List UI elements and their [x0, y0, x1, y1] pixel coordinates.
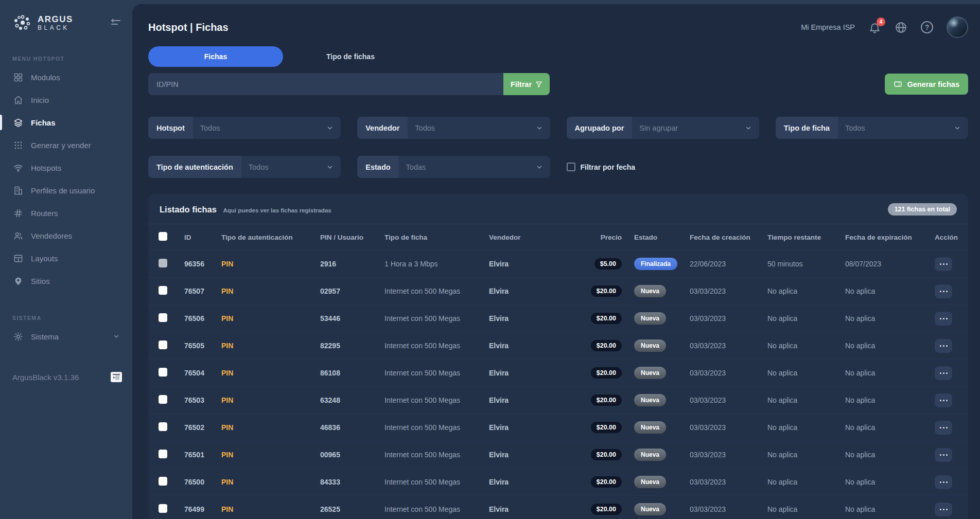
sidebar-collapse-toggle[interactable] — [110, 18, 122, 27]
sidebar-item-sitios[interactable]: Sitios — [0, 270, 132, 292]
sidebar-item-inicio[interactable]: Inicio — [0, 88, 132, 111]
row-checkbox[interactable] — [159, 450, 167, 458]
row-actions-button[interactable] — [935, 448, 952, 462]
sidebar-item-modulos[interactable]: Modulos — [0, 66, 132, 88]
sidebar-item-label: Sistema — [31, 332, 59, 341]
sidebar-item-label: Inicio — [31, 96, 49, 104]
generate-fichas-button[interactable]: Generar fichas — [885, 74, 968, 95]
language-flag-icon[interactable] — [111, 372, 122, 382]
cell-estado: Nueva — [622, 476, 690, 488]
row-checkbox[interactable] — [159, 368, 167, 377]
search-input[interactable] — [148, 73, 503, 95]
company-name[interactable]: Mi Empresa ISP — [801, 23, 855, 31]
row-actions-button[interactable] — [935, 312, 952, 326]
price-badge: $20.00 — [591, 476, 622, 488]
cell-accion — [935, 339, 958, 353]
cell-fecha-creacion: 03/03/2023 — [690, 287, 767, 295]
language-globe-button[interactable] — [895, 21, 907, 34]
row-checkbox[interactable] — [159, 313, 167, 322]
row-checkbox[interactable] — [159, 477, 167, 486]
cell-auth-type: PIN — [221, 396, 320, 404]
cell-vendedor: Elvira — [489, 260, 572, 268]
sidebar-item-label: Modulos — [31, 73, 60, 82]
sidebar-item-routers[interactable]: Routers — [0, 202, 132, 224]
cell-fecha-expiracion: No aplica — [845, 342, 935, 350]
cell-tipo-ficha: Internet con 500 Megas — [384, 314, 489, 323]
row-checkbox[interactable] — [159, 504, 167, 513]
filter-by-date-checkbox[interactable]: Filtrar por fecha — [567, 156, 759, 178]
select-all-checkbox[interactable] — [159, 232, 167, 241]
filter-vendedor-select[interactable]: Vendedor Todos — [357, 117, 550, 139]
row-checkbox[interactable] — [159, 422, 167, 431]
cell-pin-usuario: 26525 — [320, 505, 384, 513]
sidebar-item-hotspots[interactable]: Hotspots — [0, 156, 132, 179]
filter-autenticacion-select[interactable]: Tipo de autenticación Todos — [148, 156, 341, 178]
filter-agrupado-select[interactable]: Agrupado por Sin agrupar — [567, 117, 759, 139]
sidebar-item-sistema[interactable]: Sistema — [0, 325, 132, 348]
chevron-down-icon — [113, 333, 120, 340]
page-title: Hotspot | Fichas — [148, 22, 229, 33]
col-precio: Precio — [572, 234, 622, 241]
row-checkbox[interactable] — [159, 395, 167, 404]
sidebar-footer: ArgusBlack v3.1.36 — [12, 372, 122, 382]
wifi-icon — [12, 163, 24, 173]
sidebar-item-perfiles-de-usuario[interactable]: Perfiles de usuario — [0, 179, 132, 202]
tab-tipo-de-fichas[interactable]: Tipo de fichas — [283, 46, 418, 67]
row-actions-button[interactable] — [935, 475, 952, 489]
cell-estado: Nueva — [622, 394, 690, 406]
row-checkbox[interactable] — [159, 341, 167, 349]
row-actions-button[interactable] — [935, 421, 952, 435]
price-badge: $20.00 — [591, 449, 622, 460]
cell-tiempo-restante: No aplica — [767, 505, 845, 513]
sidebar-item-generar-y-vender[interactable]: Generar y vender — [0, 134, 132, 156]
row-actions-button[interactable] — [935, 503, 952, 516]
table-row: 96356PIN29161 Hora a 3 MbpsElvira$5.00Fi… — [148, 250, 968, 277]
cell-pin-usuario: 53446 — [320, 314, 384, 323]
cell-tipo-ficha: Internet con 500 Megas — [384, 369, 489, 377]
cell-auth-type: PIN — [221, 314, 320, 323]
row-actions-button[interactable] — [935, 393, 952, 407]
col-pin: PIN / Usuario — [320, 234, 384, 241]
row-checkbox[interactable] — [159, 286, 167, 295]
row-checkbox[interactable] — [159, 259, 167, 267]
cell-fecha-expiracion: No aplica — [845, 314, 935, 323]
col-estado: Estado — [622, 234, 690, 241]
main-panel: Hotspot | Fichas Mi Empresa ISP 4 ? Fich… — [132, 4, 980, 519]
row-actions-button[interactable] — [935, 284, 952, 298]
status-badge: Nueva — [634, 476, 666, 488]
sidebar-item-fichas[interactable]: Fichas — [0, 111, 132, 134]
filter-hotspot-select[interactable]: Hotspot Todos — [148, 117, 341, 139]
cell-tipo-ficha: Internet con 500 Megas — [384, 505, 489, 513]
row-actions-button[interactable] — [935, 339, 952, 353]
filter-button[interactable]: Filtrar — [503, 73, 550, 95]
filter-tipo-ficha-select[interactable]: Tipo de ficha Todos — [776, 117, 968, 139]
price-badge: $20.00 — [591, 422, 622, 433]
app-version-label: ArgusBlack v3.1.36 — [12, 373, 79, 382]
row-actions-button[interactable] — [935, 257, 952, 271]
sidebar-item-layouts[interactable]: Layouts — [0, 247, 132, 270]
sidebar-item-vendedores[interactable]: Vendedores — [0, 224, 132, 247]
cell-id: 76500 — [184, 478, 221, 486]
filter-label: Agrupado por — [567, 117, 633, 139]
filter-value: Todos — [241, 163, 326, 171]
table-row: 76502PIN46836Internet con 500 MegasElvir… — [148, 414, 968, 441]
card-title-group: Listado fichas Aquí puedes ver las ficha… — [160, 205, 331, 214]
status-badge: Nueva — [634, 449, 666, 461]
cell-id: 76503 — [184, 396, 221, 404]
filter-estado-select[interactable]: Estado Todas — [357, 156, 550, 178]
tab-fichas[interactable]: Fichas — [148, 46, 283, 67]
cell-fecha-expiracion: 08/07/2023 — [845, 260, 935, 268]
argusblack-logo[interactable]: ARGUS BLACK — [12, 12, 73, 33]
help-button[interactable]: ? — [921, 21, 933, 33]
row-checkbox-cell — [159, 504, 184, 514]
cell-precio: $20.00 — [572, 367, 622, 379]
search-row: Filtrar Generar fichas — [148, 73, 968, 95]
total-count-badge: 121 fichas en total — [888, 203, 957, 216]
row-actions-button[interactable] — [935, 366, 952, 380]
cell-fecha-creacion: 03/03/2023 — [690, 396, 767, 404]
chevron-down-icon — [326, 124, 341, 132]
cell-estado: Finalizada — [622, 258, 690, 270]
notifications-button[interactable]: 4 — [868, 21, 881, 34]
filter-value: Sin agrupar — [632, 124, 744, 132]
user-avatar[interactable] — [947, 16, 968, 38]
